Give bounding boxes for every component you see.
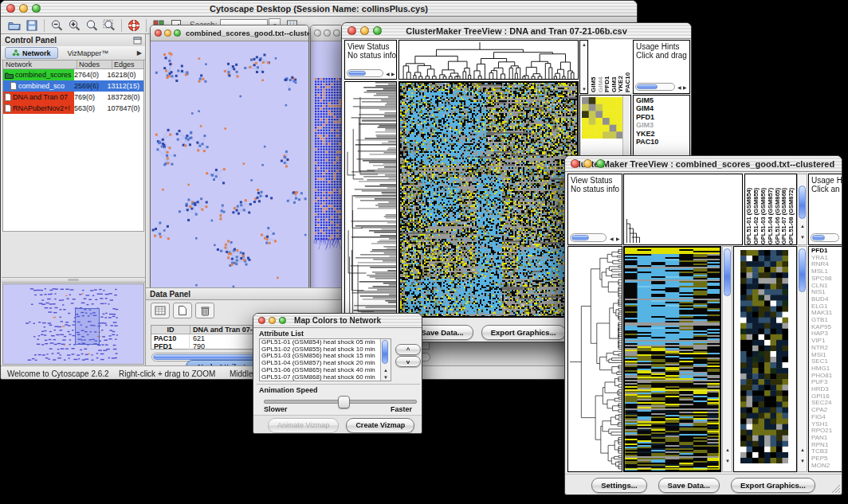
treeview-button[interactable]: Settings... [591,478,646,493]
network-table-row[interactable]: RNAPuberNov2+! 563(0) 107847(0) [3,103,143,114]
column-label[interactable]: PAC10 [625,40,632,92]
gene-label[interactable]: MON2 [811,463,842,470]
zoom-window-icon[interactable] [333,29,340,37]
column-label[interactable]: GPL51-08 (GSM872) [788,174,795,244]
new-attribute-button[interactable] [173,303,192,318]
help-button[interactable] [125,18,143,33]
column-dendrogram-canvas[interactable] [399,41,578,79]
tab-overflow-button[interactable]: ▶ [137,49,142,57]
slider-thumb[interactable] [338,396,350,408]
column-label[interactable]: GPL51-01 (GSM854) [746,174,753,244]
front-window-title-bar[interactable]: combined_scores_good.txt--cluste... [151,25,308,41]
gene-label[interactable]: PAC10 [636,138,689,146]
scrollbar-thumb[interactable] [637,84,658,89]
network-table-row[interactable]: combined_scores 2764(0) 16218(0) [3,69,143,80]
move-up-button[interactable]: ^ [395,344,421,355]
up-arrow-icon[interactable]: ▲ [383,368,388,373]
tv2-heatmap[interactable] [623,246,721,472]
zoom-window-icon[interactable] [174,29,181,37]
float-panel-icon[interactable] [133,37,142,45]
column-dendrogram-canvas[interactable] [624,174,742,244]
down-arrow-icon[interactable]: ▼ [800,235,805,240]
scrollbar-thumb[interactable] [571,235,589,240]
right-arrow-icon[interactable]: ▶ [683,85,687,90]
right-arrow-icon[interactable]: ▶ [616,236,620,241]
gene-label[interactable]: GIM3 [636,121,689,129]
left-arrow-icon[interactable]: ◀ [386,72,390,76]
move-down-button[interactable]: v [395,356,421,367]
down-arrow-icon[interactable]: ▼ [800,459,805,463]
mini-heatmap-canvas[interactable] [582,97,623,139]
minimize-icon[interactable] [269,317,276,324]
main-title-bar[interactable]: Cytoscape Desktop (Session Name: collins… [1,1,637,17]
tv1-hints-scrollbar[interactable] [635,83,675,91]
treeview-button[interactable]: Save Data... [658,478,720,493]
gene-label[interactable]: PFD1 [636,113,689,121]
minimize-icon[interactable] [19,4,28,13]
scrollbar-thumb[interactable] [348,71,366,76]
network-table-row[interactable]: combined_sco 2569(6) 13112(15) [3,80,143,92]
tab-network[interactable]: Network [5,47,58,59]
up-arrow-icon[interactable]: ▲ [800,224,805,229]
column-label[interactable]: PFD1 [604,40,611,92]
back-window-title-bar[interactable] [311,25,343,41]
tv1-row-tree[interactable] [344,81,397,318]
tv2-heatmap-vscrollbar[interactable]: ▲ ▼ [722,246,732,472]
column-label[interactable]: GPL51-03 (GSM856) [760,174,768,244]
panel-splitter[interactable] [2,277,145,283]
dialog-title-bar[interactable]: Map Colors to Network [253,314,422,328]
heatmap-canvas[interactable] [623,246,721,472]
heatmap-canvas[interactable] [398,81,579,318]
down-arrow-icon[interactable]: ▼ [582,87,587,92]
network-canvas-back[interactable] [311,41,343,293]
tv1-column-tree[interactable] [398,40,579,80]
attribute-listbox[interactable]: GPL51-01 (GSM854) heat shock 05 minGPL51… [259,338,391,381]
zoom-out-button[interactable] [48,18,65,33]
birdseye-view[interactable] [2,283,144,365]
right-arrow-icon[interactable]: ▶ [391,72,395,76]
close-icon[interactable] [571,159,579,168]
treeview-button[interactable]: Export Graphics... [731,478,815,493]
up-arrow-icon[interactable]: ▲ [582,42,587,47]
treeview-button[interactable]: Export Graphics... [481,325,566,340]
zoom-fit-button[interactable] [83,18,100,33]
column-label[interactable]: YKE2 [618,40,625,92]
listbox-vscrollbar[interactable]: ▲ ▼ [380,339,391,381]
birdseye-viewport-rect[interactable] [75,308,100,345]
close-icon[interactable] [347,26,356,35]
zoom-window-icon[interactable] [32,4,41,13]
treeview1-title-bar[interactable]: ClusterMaker TreeView : DNA and Tran 07-… [342,23,691,39]
column-label[interactable]: GPL51-07 (GSM868) [781,174,788,244]
down-arrow-icon[interactable]: ▼ [383,375,388,380]
minimize-icon[interactable] [583,159,592,168]
tv1-label-scrollbar[interactable]: ▲ ▼ [579,40,588,94]
network-window-back[interactable] [310,25,344,293]
network-table-header[interactable]: Network Nodes Edges [2,60,144,69]
left-arrow-icon[interactable]: ◀ [610,236,614,241]
tv2-column-tree[interactable] [623,174,743,245]
network-window-front[interactable]: combined_scores_good.txt--cluste... [150,25,309,293]
zoom-window-icon[interactable] [596,159,605,168]
zoom-heatmap-canvas[interactable] [740,250,788,463]
animate-vizmap-button[interactable]: Animate Vizmap [268,418,339,433]
open-file-button[interactable] [6,18,23,33]
scrollbar-thumb[interactable] [799,248,806,292]
tv2-status-scrollbar[interactable] [570,233,607,242]
close-icon[interactable] [155,29,162,37]
scrollbar-thumb[interactable] [724,248,731,296]
tv2-labels-vscrollbar[interactable]: ▲ ▼ [797,174,807,245]
zoom-window-icon[interactable] [373,26,382,35]
column-label[interactable]: GIM5 [591,40,598,92]
column-label[interactable]: GPL51-04 (GSM857) [768,174,775,244]
down-arrow-icon[interactable]: ▼ [725,459,730,463]
minimize-icon[interactable] [164,29,171,37]
zoom-window-icon[interactable] [279,317,286,324]
close-icon[interactable] [314,29,321,37]
tv1-heatmap[interactable] [398,81,579,318]
scrollbar-thumb[interactable] [812,235,825,240]
zoom-selected-button[interactable] [100,18,118,33]
column-label[interactable]: GPL51-02 (GSM855) [753,174,760,244]
up-arrow-icon[interactable]: ▲ [800,447,805,452]
attribute-list-item[interactable]: GPL51-07 (GSM868) heat shock 60 min [260,374,391,381]
close-icon[interactable] [258,317,265,324]
